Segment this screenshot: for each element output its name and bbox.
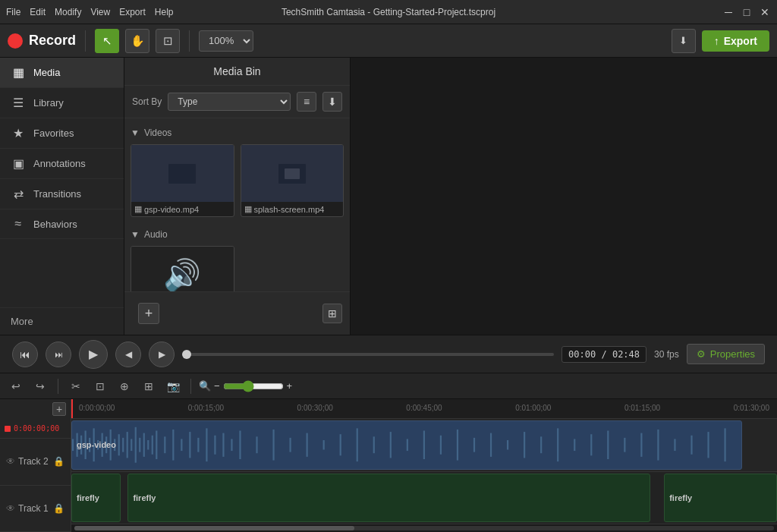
- maximize-button[interactable]: □: [741, 6, 753, 18]
- undo-button[interactable]: ↩: [6, 376, 26, 396]
- timeline-scrollbar[interactable]: [71, 524, 777, 532]
- svg-rect-36: [256, 436, 257, 453]
- gsp-video-clip[interactable]: gsp-video: [71, 420, 742, 470]
- grid-view-button[interactable]: ⊞: [322, 304, 342, 323]
- scrollbar-thumb[interactable]: [74, 526, 354, 530]
- menu-file[interactable]: File: [6, 7, 20, 17]
- add-media-button[interactable]: +: [138, 303, 159, 324]
- sidebar: ▦ Media ☰ Library ★ Favorites ▣ Annotati…: [0, 58, 124, 335]
- zoom-select[interactable]: 100% 50% 75% 125% 150% 200%: [199, 30, 253, 52]
- svg-rect-19: [131, 439, 132, 451]
- main-toolbar: Record ↖ ✋ ⊡ 100% 50% 75% 125% 150% 200%…: [0, 24, 777, 58]
- track2-name: Track 2: [18, 456, 49, 467]
- svg-rect-57: [607, 431, 609, 460]
- track-2[interactable]: gsp-video: [71, 419, 777, 472]
- hand-tool-button[interactable]: ✋: [125, 29, 149, 53]
- list-view-button[interactable]: ≡: [297, 92, 316, 112]
- next-frame-button[interactable]: ▶: [149, 342, 175, 367]
- download-button[interactable]: ⬇: [672, 29, 696, 53]
- ruler-mark-3: 0:00:45;00: [406, 404, 442, 412]
- list-item[interactable]: ▦ gsp-video.mp4: [131, 144, 234, 217]
- export-button[interactable]: ↑ Export: [702, 30, 769, 52]
- svg-rect-35: [239, 431, 241, 460]
- sort-select[interactable]: Type Name Date Duration: [168, 93, 291, 111]
- sidebar-more-button[interactable]: More: [0, 307, 124, 335]
- prev-frame-button[interactable]: ◀: [115, 342, 141, 367]
- export-label: Export: [724, 35, 757, 47]
- crop-tool-button[interactable]: ⊡: [156, 29, 180, 53]
- properties-button[interactable]: ⚙ Properties: [687, 344, 765, 364]
- sidebar-item-behaviors[interactable]: ≈ Behaviors: [0, 209, 124, 239]
- behaviors-icon: ≈: [11, 217, 26, 231]
- firefly-clip-2[interactable]: firefly: [127, 474, 650, 523]
- list-item[interactable]: 🔊: [131, 246, 234, 291]
- firefly-clip-3[interactable]: firefly: [664, 474, 777, 523]
- zoom-minus[interactable]: −: [214, 380, 220, 392]
- sidebar-item-label-annotations: Annotations: [33, 158, 86, 169]
- menu-help[interactable]: Help: [155, 7, 174, 17]
- svg-rect-39: [307, 433, 308, 457]
- rewind-button[interactable]: ⏮: [12, 342, 38, 367]
- timeline-ruler: 0:00:00;00 0:00:15;00 0:00:30;00 0:00:45…: [71, 399, 777, 419]
- cut-button[interactable]: ✂: [66, 376, 86, 396]
- step-back-button[interactable]: ⏭: [46, 342, 71, 367]
- svg-rect-63: [707, 432, 709, 458]
- menu-modify[interactable]: Modify: [55, 7, 81, 17]
- menu-view[interactable]: View: [90, 7, 110, 17]
- svg-rect-22: [143, 433, 145, 457]
- sort-desc-button[interactable]: ⬇: [322, 92, 342, 112]
- preview-canvas[interactable]: [351, 58, 777, 335]
- svg-rect-52: [524, 432, 525, 458]
- menu-edit[interactable]: Edit: [30, 7, 46, 17]
- select-tool-button[interactable]: ↖: [95, 29, 119, 53]
- progress-track[interactable]: [182, 353, 554, 356]
- sidebar-item-label-transitions: Transitions: [33, 188, 81, 200]
- menu-export[interactable]: Export: [119, 7, 146, 17]
- ruler-marks-container: 0:00:00;00 0:00:15;00 0:00:30;00 0:00:45…: [71, 399, 777, 418]
- time-current: 00:00: [568, 349, 596, 360]
- titlebar: File Edit Modify View Export Help TechSm…: [0, 0, 777, 24]
- svg-rect-41: [340, 434, 341, 455]
- snapshot-button[interactable]: 📷: [163, 376, 183, 396]
- svg-rect-43: [373, 436, 375, 453]
- svg-rect-37: [272, 430, 274, 461]
- zoom-range[interactable]: [223, 380, 284, 392]
- playhead-line-ruler: [71, 399, 73, 418]
- track1-lock-icon[interactable]: 🔒: [53, 503, 64, 514]
- gear-icon: ⚙: [697, 348, 706, 360]
- svg-rect-58: [624, 438, 625, 452]
- sidebar-item-favorites[interactable]: ★ Favorites: [0, 118, 124, 149]
- play-button[interactable]: ▶: [79, 340, 108, 369]
- paste-button[interactable]: ⊕: [115, 376, 134, 396]
- copy-button[interactable]: ⊡: [90, 376, 110, 396]
- track2-vis-icon[interactable]: 👁: [6, 456, 15, 467]
- zoom-plus[interactable]: +: [287, 380, 293, 392]
- ruler-mark-2: 0:00:30;00: [297, 404, 333, 412]
- videos-section-header[interactable]: ▼ Videos: [131, 124, 344, 144]
- toolbar-separator-2: [189, 30, 190, 52]
- video-thumbnail-1: [131, 145, 234, 202]
- split-button[interactable]: ⊞: [139, 376, 159, 396]
- add-track-button[interactable]: +: [52, 402, 66, 416]
- sidebar-item-media[interactable]: ▦ Media: [0, 58, 124, 88]
- audio-collapse-icon: ▼: [131, 229, 140, 240]
- sidebar-item-transitions[interactable]: ⇄ Transitions: [0, 179, 124, 209]
- firefly-clip-1[interactable]: firefly: [71, 474, 121, 523]
- track-1[interactable]: firefly firefly firefly: [71, 472, 777, 525]
- list-item[interactable]: ▦ splash-screen.mp4: [241, 144, 344, 217]
- record-button[interactable]: Record: [8, 33, 76, 49]
- video-filename-1: gsp-video.mp4: [144, 205, 199, 214]
- audio-section-header[interactable]: ▼ Audio: [131, 226, 344, 246]
- progress-head[interactable]: [182, 350, 191, 359]
- scrollbar-track[interactable]: [74, 526, 774, 530]
- gsp-video-label: gsp-video: [72, 440, 121, 449]
- track1-vis-icon[interactable]: 👁: [6, 503, 15, 514]
- sidebar-item-annotations[interactable]: ▣ Annotations: [0, 149, 124, 179]
- redo-button[interactable]: ↪: [30, 376, 50, 396]
- sidebar-item-library[interactable]: ☰ Library: [0, 88, 124, 118]
- close-button[interactable]: ✕: [759, 6, 771, 18]
- minimize-button[interactable]: ─: [722, 6, 735, 18]
- svg-rect-60: [657, 430, 659, 461]
- svg-rect-29: [189, 432, 190, 458]
- track2-lock-icon[interactable]: 🔒: [53, 456, 64, 467]
